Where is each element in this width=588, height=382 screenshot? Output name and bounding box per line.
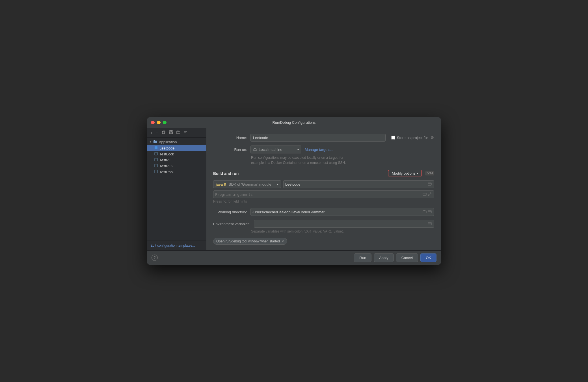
- working-dir-input[interactable]: [252, 210, 422, 214]
- config-icon: [154, 152, 158, 156]
- env-vars-input[interactable]: [256, 222, 427, 226]
- sdk-java-label: java 8: [216, 182, 226, 186]
- sidebar-item-testpc2[interactable]: TestPC2: [147, 163, 206, 169]
- wd-browse-button[interactable]: [427, 210, 432, 214]
- build-run-sdk-row: java 8 SDK of 'Grammar' module ▾: [213, 180, 434, 188]
- svg-line-17: [428, 194, 430, 196]
- store-project-row: Store as project file ⚙: [391, 135, 434, 140]
- manage-targets-link[interactable]: Manage targets...: [305, 147, 333, 152]
- config-icon: [154, 146, 158, 150]
- config-icon: [154, 170, 158, 174]
- edit-templates-link[interactable]: Edit configuration templates...: [150, 244, 195, 248]
- expand-arrow-icon: ▼: [149, 141, 152, 143]
- args-browse-button[interactable]: [422, 192, 427, 197]
- svg-rect-9: [155, 152, 157, 155]
- config-icon: [154, 164, 158, 168]
- sidebar-footer: Edit configuration templates...: [147, 240, 206, 250]
- svg-rect-8: [155, 146, 157, 149]
- sidebar-item-testpc-label: TestPC: [159, 158, 171, 162]
- svg-rect-15: [423, 193, 426, 196]
- modify-options-arrow-icon: ▾: [417, 172, 418, 175]
- save-config-button[interactable]: [168, 130, 174, 136]
- debug-window-chip: Open run/debug tool window when started …: [213, 238, 287, 245]
- local-machine-dropdown[interactable]: Local machine ▾: [250, 146, 301, 153]
- ok-button[interactable]: OK: [420, 253, 436, 262]
- content-panel: Name: Store as project file ⚙ Run on: Lo…: [206, 128, 441, 250]
- svg-rect-12: [155, 170, 157, 173]
- args-expand-button[interactable]: [427, 192, 432, 197]
- svg-rect-3: [170, 131, 172, 132]
- store-project-label: Store as project file: [397, 136, 428, 140]
- sdk-dropdown[interactable]: java 8 SDK of 'Grammar' module ▾: [213, 180, 281, 188]
- name-row: Name: Store as project file ⚙: [213, 134, 434, 142]
- sidebar-item-testpc2-label: TestPC2: [159, 164, 173, 168]
- action-buttons: Run Apply Cancel OK: [354, 253, 436, 262]
- gear-icon[interactable]: ⚙: [431, 135, 434, 140]
- debug-window-chip-remove[interactable]: ✕: [282, 240, 284, 243]
- minimize-button[interactable]: [157, 121, 161, 124]
- sidebar-item-application-label: Application: [159, 140, 177, 144]
- build-run-title: Build and run: [213, 171, 239, 176]
- svg-rect-21: [428, 222, 431, 225]
- env-vars-input-wrap: [254, 220, 434, 228]
- help-icon: ?: [154, 256, 156, 260]
- sort-button[interactable]: [183, 130, 189, 136]
- copy-config-button[interactable]: [161, 130, 167, 136]
- move-to-folder-button[interactable]: [175, 130, 181, 136]
- sidebar-item-testpc[interactable]: TestPC: [147, 157, 206, 163]
- add-config-button[interactable]: +: [149, 130, 154, 136]
- sidebar-item-testlock[interactable]: TestLock: [147, 151, 206, 157]
- env-vars-row: Environment variables:: [213, 220, 434, 228]
- sidebar-item-leetcode-label: Leetcode: [159, 146, 175, 150]
- config-icon: [154, 158, 158, 162]
- cancel-button[interactable]: Cancel: [396, 253, 418, 262]
- wd-folder-button[interactable]: [422, 210, 427, 214]
- modify-options-button[interactable]: Modify options ▾: [388, 170, 422, 177]
- window-controls: [151, 121, 167, 124]
- env-vars-label: Environment variables:: [213, 222, 250, 226]
- maximize-button[interactable]: [163, 121, 167, 124]
- close-button[interactable]: [151, 121, 155, 124]
- field-hint: Press ⌥ for field hints: [213, 199, 434, 203]
- sidebar-item-application[interactable]: ▼ Application: [147, 139, 206, 145]
- sidebar-toolbar: + −: [147, 128, 206, 138]
- svg-line-18: [430, 193, 431, 194]
- svg-rect-0: [162, 131, 165, 134]
- sidebar-item-testlock-label: TestLock: [159, 152, 174, 156]
- sidebar-tree: ▼ Application: [147, 138, 206, 240]
- env-browse-button[interactable]: [427, 222, 432, 226]
- class-browse-button[interactable]: [427, 182, 432, 187]
- local-machine-label: Local machine: [259, 147, 282, 152]
- window-title: Run/Debug Configurations: [272, 120, 315, 125]
- home-icon: [253, 147, 257, 151]
- modify-options-label: Modify options: [392, 171, 416, 175]
- run-button[interactable]: Run: [354, 253, 371, 262]
- svg-rect-10: [155, 158, 157, 161]
- svg-rect-11: [155, 164, 157, 167]
- help-button[interactable]: ?: [152, 255, 158, 261]
- sdk-dropdown-arrow-icon: ▾: [277, 183, 278, 186]
- working-dir-label: Working directory:: [213, 210, 247, 214]
- folder-icon: [153, 140, 157, 144]
- svg-rect-1: [163, 131, 165, 133]
- sidebar-item-testpool[interactable]: TestPool: [147, 169, 206, 175]
- program-args-input[interactable]: [215, 192, 422, 197]
- program-args-wrap: [213, 190, 434, 198]
- store-project-checkbox[interactable]: [391, 136, 395, 140]
- working-dir-row: Working directory:: [213, 208, 434, 216]
- run-on-hint: Run configurations may be executed local…: [213, 155, 434, 165]
- sidebar-item-leetcode[interactable]: Leetcode: [147, 145, 206, 151]
- debug-window-chip-label: Open run/debug tool window when started: [216, 239, 280, 243]
- remove-config-button[interactable]: −: [155, 130, 159, 136]
- bottom-bar: ? Run Apply Cancel OK: [147, 250, 441, 265]
- class-name-input[interactable]: [285, 182, 427, 186]
- sidebar: + −: [147, 128, 206, 250]
- env-vars-hint: Separate variables with semicolon: VAR=v…: [213, 229, 434, 233]
- name-label: Name:: [213, 136, 247, 140]
- run-debug-configurations-window: Run/Debug Configurations + −: [147, 117, 441, 265]
- name-input[interactable]: [250, 134, 386, 142]
- svg-rect-13: [428, 183, 431, 185]
- working-dir-input-wrap: [250, 208, 434, 216]
- sdk-rest-label: SDK of 'Grammar' module: [228, 182, 271, 186]
- apply-button[interactable]: Apply: [374, 253, 394, 262]
